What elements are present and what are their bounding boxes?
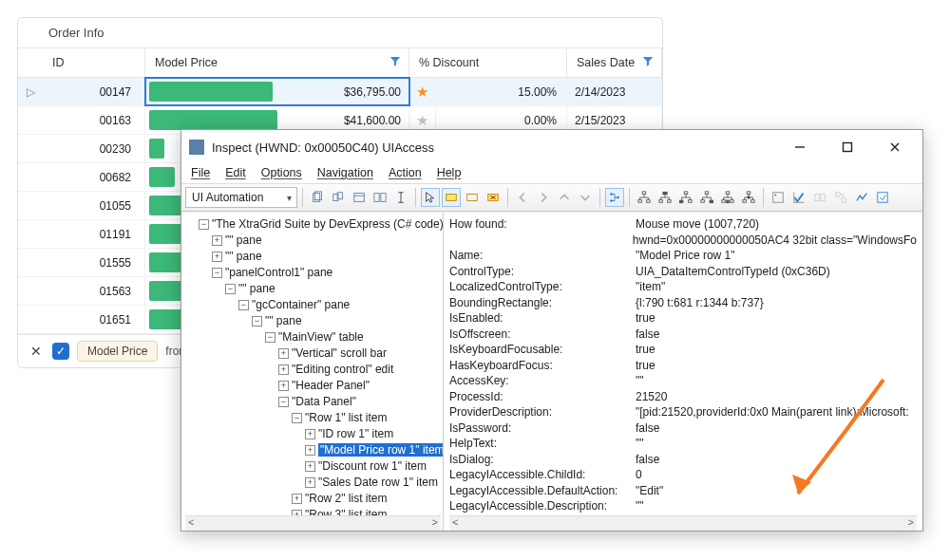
cell-id[interactable]: 01563 — [43, 277, 145, 305]
tb-ibeam-icon[interactable] — [391, 188, 410, 207]
property-row[interactable]: How found:Mouse move (1007,720) — [449, 216, 917, 233]
cell-id[interactable]: 01055 — [43, 192, 145, 219]
menu-edit[interactable]: Edit — [225, 166, 246, 179]
cell-id[interactable]: 00682 — [43, 163, 145, 191]
tb-copy2-icon[interactable] — [329, 188, 348, 207]
maximize-button[interactable] — [827, 136, 867, 159]
tb-hier-first-icon[interactable] — [676, 188, 695, 207]
table-row[interactable]: ▷00147$36,795.00★15.00%2/14/2023 — [18, 78, 662, 106]
tb-hier-prev-icon[interactable] — [718, 188, 737, 207]
tb-hier-next-icon[interactable] — [739, 188, 758, 207]
tb-tree-icon[interactable] — [605, 188, 624, 207]
expander-icon[interactable]: + — [305, 461, 315, 472]
tree-node[interactable]: "gcContainer" pane — [252, 298, 350, 311]
menu-file[interactable]: File — [191, 166, 210, 179]
property-row[interactable]: LegacyIAccessible.Description:"" — [449, 498, 917, 514]
column-header-id[interactable]: ID — [43, 48, 145, 77]
column-header-sales-date[interactable]: Sales Date — [567, 48, 662, 77]
property-row[interactable]: BoundingRectangle:{l:790 t:681 r:1344 b:… — [449, 295, 917, 311]
tb-misc1-icon[interactable] — [769, 188, 788, 207]
expander-icon[interactable]: − — [278, 397, 289, 407]
expander-icon[interactable]: + — [278, 364, 289, 375]
cell-id[interactable]: 01555 — [43, 249, 145, 276]
menu-navigation[interactable]: Navigation — [317, 166, 373, 179]
filter-enabled-checkbox[interactable]: ✓ — [52, 343, 69, 360]
tree-node[interactable]: "Sales Date row 1" item — [318, 476, 438, 489]
inspect-tree[interactable]: −"The XtraGrid Suite by DevExpress (C# c… — [181, 213, 444, 531]
tree-node[interactable]: "" pane — [238, 282, 276, 295]
tb-cursor-icon[interactable] — [421, 188, 440, 207]
tree-node[interactable]: "Row 2" list item — [305, 492, 388, 505]
menu-options[interactable]: Options — [261, 166, 302, 179]
tree-node[interactable]: "Header Panel" — [292, 379, 370, 392]
tb-rect-yellow-icon[interactable] — [442, 188, 461, 207]
inspect-titlebar[interactable]: Inspect (HWND: 0x00050C40) UIAccess — [181, 130, 922, 164]
filter-icon[interactable] — [642, 56, 654, 70]
expander-icon[interactable]: − — [252, 316, 262, 327]
tb-dual-icon[interactable] — [370, 188, 390, 207]
property-row[interactable]: IsKeyboardFocusable:true — [449, 342, 917, 358]
tb-rect-x-icon[interactable] — [484, 188, 503, 207]
property-row[interactable]: HasKeyboardFocus:true — [449, 358, 917, 374]
property-row[interactable]: IsDialog:false — [449, 452, 917, 468]
framework-combo[interactable]: UI Automation — [185, 187, 297, 208]
props-horizontal-scrollbar[interactable]: <> — [449, 515, 917, 531]
expander-icon[interactable]: + — [212, 252, 222, 262]
cell-sales-date[interactable]: 2/14/2023 — [567, 78, 662, 105]
menu-help[interactable]: Help — [437, 166, 462, 179]
tree-node[interactable]: "" pane — [225, 233, 262, 247]
tb-misc4-icon[interactable] — [831, 188, 850, 207]
property-row[interactable]: ControlType:UIA_DataItemControlTypeId (0… — [449, 264, 917, 280]
cell-model-price[interactable]: $36,795.00 — [145, 78, 409, 105]
tb-hier1-icon[interactable] — [635, 188, 654, 207]
property-row[interactable]: HelpText:"" — [449, 436, 917, 452]
cell-id[interactable]: 01651 — [43, 306, 145, 333]
inspect-menubar[interactable]: File Edit Options Navigation Action Help — [181, 164, 922, 184]
close-button[interactable] — [875, 136, 915, 159]
minimize-button[interactable] — [780, 136, 820, 159]
expander-icon[interactable]: + — [212, 235, 222, 246]
expander-icon[interactable]: + — [305, 445, 315, 456]
tb-misc5-icon[interactable] — [852, 188, 871, 207]
cell-discount[interactable]: 15.00% — [436, 78, 567, 105]
expander-icon[interactable]: + — [292, 494, 302, 504]
property-row[interactable]: IsOffscreen:false — [449, 327, 917, 343]
cell-id[interactable]: 00230 — [43, 135, 145, 162]
tb-window-icon[interactable] — [350, 188, 369, 207]
cell-id[interactable]: 00163 — [43, 106, 145, 134]
clear-filter-button[interactable]: ✕ — [28, 343, 45, 360]
expander-icon[interactable]: + — [305, 477, 315, 488]
property-row[interactable]: hwnd=0x00000000000050AC4 32bit class="Wi… — [449, 233, 917, 249]
tree-node[interactable]: "Row 1" list item — [305, 411, 388, 424]
property-row[interactable]: AccessKey:"" — [449, 373, 917, 389]
tb-arrow-up-icon[interactable] — [555, 188, 574, 207]
property-row[interactable]: LocalizedControlType:"item" — [449, 279, 917, 295]
tb-arrow-down-icon[interactable] — [576, 188, 595, 207]
tree-node[interactable]: "Data Panel" — [292, 395, 356, 408]
favorite-star-icon[interactable]: ★ — [409, 78, 436, 105]
tree-node[interactable]: "" pane — [225, 250, 262, 263]
property-row[interactable]: IsPassword:false — [449, 420, 917, 437]
property-row[interactable]: LegacyIAccessible.DefaultAction:"Edit" — [449, 483, 917, 499]
filter-icon[interactable] — [390, 56, 401, 70]
expander-icon[interactable]: − — [238, 300, 249, 310]
tree-node[interactable]: "ID row 1" item — [318, 427, 393, 440]
expander-icon[interactable]: + — [278, 381, 289, 391]
tb-rect-icon[interactable] — [463, 188, 482, 207]
expander-icon[interactable]: − — [212, 268, 222, 278]
tb-misc3-icon[interactable] — [810, 188, 829, 207]
tree-node[interactable]: "MainView" table — [278, 330, 364, 344]
column-header-model-price[interactable]: Model Price — [145, 48, 409, 77]
expander-icon[interactable]: + — [278, 348, 289, 359]
property-row[interactable]: ProcessId:21520 — [449, 389, 917, 405]
tree-node[interactable]: "The XtraGrid Suite by DevExpress (C# co… — [212, 217, 444, 231]
menu-action[interactable]: Action — [389, 166, 422, 179]
expander-icon[interactable]: − — [265, 332, 276, 343]
cell-id[interactable]: 00147 — [43, 78, 145, 105]
expander-icon[interactable]: + — [305, 429, 315, 439]
property-row[interactable]: IsEnabled:true — [449, 310, 917, 327]
tree-node[interactable]: "Editing control" edit — [292, 363, 393, 376]
cell-id[interactable]: 01191 — [43, 220, 145, 248]
tree-node[interactable]: "" pane — [265, 314, 302, 327]
tree-horizontal-scrollbar[interactable]: <> — [185, 515, 441, 531]
